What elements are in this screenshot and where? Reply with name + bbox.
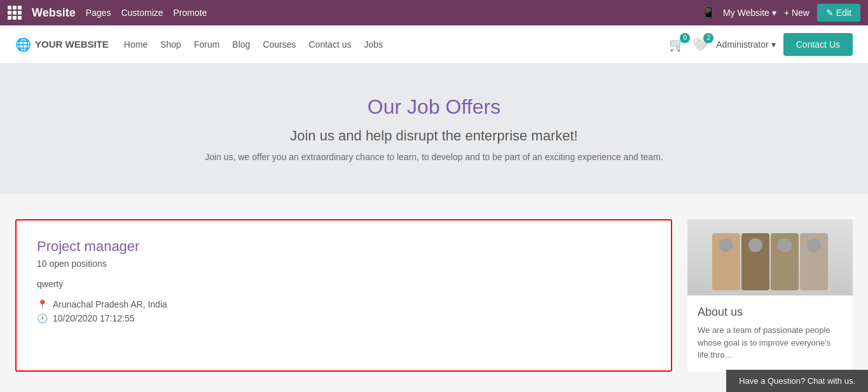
job-location-text: Arunachal Pradesh AR, India	[53, 299, 167, 309]
new-button[interactable]: + New	[784, 8, 809, 18]
job-company: qwerty	[37, 279, 651, 289]
job-date-text: 10/20/2020 17:12:55	[53, 313, 134, 323]
globe-icon: 🌐	[15, 37, 31, 52]
admin-user-label: Administrator	[716, 39, 768, 50]
person-1	[712, 233, 740, 290]
nav-jobs[interactable]: Jobs	[364, 39, 383, 50]
admin-nav: Pages Customize Promote	[86, 8, 207, 18]
nav-promote[interactable]: Promote	[174, 8, 207, 18]
cart-icon[interactable]: 🛒 0	[669, 37, 685, 52]
site-logo[interactable]: 🌐 YOUR WEBSITE	[15, 37, 109, 52]
job-title: Project manager	[37, 238, 651, 255]
person-2	[741, 233, 769, 290]
about-text: We are a team of passionate people whose…	[698, 324, 843, 362]
job-positions: 10 open positions	[37, 259, 651, 269]
about-title: About us	[698, 306, 843, 319]
chat-widget-text: Have a Question? Chat with us.	[739, 376, 855, 386]
wishlist-icon[interactable]: 🤍 2	[692, 37, 708, 52]
sidebar: About us We are a team of passionate peo…	[687, 219, 853, 372]
sidebar-about: About us We are a team of passionate peo…	[687, 295, 853, 372]
hero-title: Our Job Offers	[13, 95, 855, 119]
job-date: 🕐 10/20/2020 17:12:55	[37, 313, 651, 323]
nav-home[interactable]: Home	[124, 39, 148, 50]
edit-button[interactable]: ✎ Edit	[817, 4, 860, 22]
admin-chevron-icon: ▾	[771, 39, 776, 50]
nav-pages[interactable]: Pages	[86, 8, 111, 18]
chat-widget[interactable]: Have a Question? Chat with us.	[726, 370, 868, 392]
my-website-label: My Website	[723, 8, 769, 18]
nav-contact[interactable]: Contact us	[309, 39, 352, 50]
person-3	[771, 233, 799, 290]
nav-blog[interactable]: Blog	[232, 39, 250, 50]
hero-description: Join us, we offer you an extraordinary c…	[13, 152, 855, 162]
sidebar-team-image	[687, 219, 853, 295]
hero-section: Our Job Offers Join us and help disrupt …	[0, 64, 868, 194]
hero-subtitle: Join us and help disrupt the enterprise …	[13, 128, 855, 144]
job-meta: 📍 Arunachal Pradesh AR, India 🕐 10/20/20…	[37, 299, 651, 323]
team-photo	[687, 219, 853, 295]
clock-icon: 🕐	[37, 313, 48, 323]
location-icon: 📍	[37, 299, 48, 309]
wishlist-badge: 2	[703, 33, 713, 43]
admin-user-dropdown[interactable]: Administrator ▾	[716, 39, 775, 50]
job-card[interactable]: Project manager 10 open positions qwerty…	[15, 219, 672, 372]
main-content: Project manager 10 open positions qwerty…	[0, 194, 868, 392]
admin-bar-left: Website Pages Customize Promote	[8, 6, 691, 20]
nav-courses[interactable]: Courses	[263, 39, 296, 50]
nav-customize[interactable]: Customize	[121, 8, 163, 18]
my-website-dropdown[interactable]: My Website ▾	[723, 8, 776, 18]
cart-badge: 0	[680, 33, 690, 43]
site-nav-links: Home Shop Forum Blog Courses Contact us …	[124, 39, 383, 50]
admin-bar-right: 📱 My Website ▾ + New ✎ Edit	[701, 4, 860, 22]
site-logo-text: YOUR WEBSITE	[35, 39, 109, 50]
admin-brand: Website	[32, 6, 76, 20]
site-nav-right: 🛒 0 🤍 2 Administrator ▾ Contact Us	[669, 33, 853, 56]
mobile-icon[interactable]: 📱	[701, 6, 715, 20]
admin-bar: Website Pages Customize Promote 📱 My Web…	[0, 0, 868, 25]
nav-forum[interactable]: Forum	[194, 39, 219, 50]
site-nav: 🌐 YOUR WEBSITE Home Shop Forum Blog Cour…	[0, 25, 868, 64]
nav-shop[interactable]: Shop	[160, 39, 181, 50]
grid-icon[interactable]	[8, 6, 22, 20]
job-location: 📍 Arunachal Pradesh AR, India	[37, 299, 651, 309]
person-4	[800, 233, 828, 290]
chevron-down-icon: ▾	[772, 8, 776, 18]
contact-us-button[interactable]: Contact Us	[783, 33, 853, 56]
